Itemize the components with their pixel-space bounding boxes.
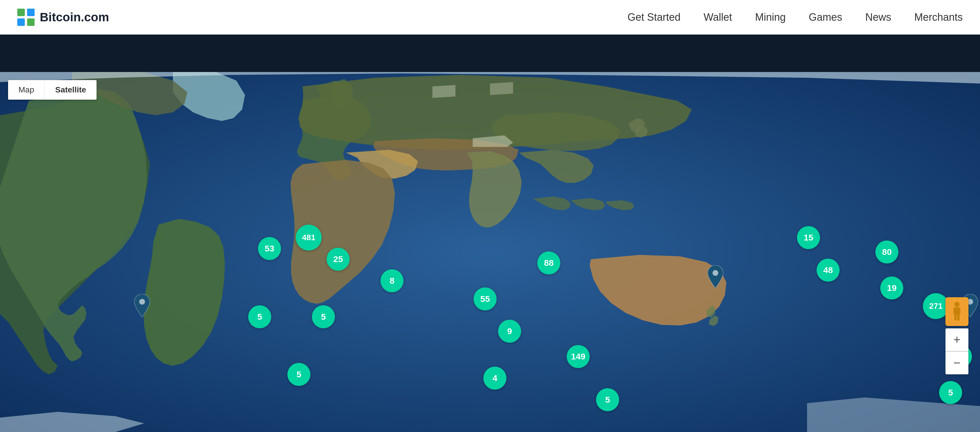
cluster-marker-c14[interactable]: 15	[797, 226, 820, 249]
map-container[interactable]: Map Satellite 53481258885594149555515488…	[0, 72, 980, 432]
cluster-marker-c6[interactable]: 55	[474, 287, 496, 310]
svg-rect-2	[17, 18, 25, 26]
cluster-marker-c2[interactable]: 481	[296, 225, 322, 251]
nav-item-games[interactable]: Games	[809, 11, 842, 23]
nav-item-mining[interactable]: Mining	[755, 11, 786, 23]
nav-item-merchants[interactable]: Merchants	[914, 11, 963, 23]
dark-banner	[0, 35, 980, 72]
cluster-marker-c12[interactable]: 5	[312, 305, 335, 328]
cluster-marker-c1[interactable]: 53	[258, 237, 281, 260]
header: Bitcoin.com Get StartedWalletMiningGames…	[0, 0, 980, 35]
svg-point-9	[955, 302, 959, 307]
map-type-map-button[interactable]: Map	[8, 80, 45, 100]
zoom-out-button[interactable]: −	[945, 351, 969, 375]
cluster-marker-c15[interactable]: 48	[816, 259, 840, 282]
svg-point-7	[713, 270, 718, 276]
svg-rect-0	[17, 9, 25, 16]
svg-rect-1	[27, 9, 35, 16]
pegman-icon[interactable]	[945, 297, 969, 326]
cluster-marker-c5[interactable]: 88	[537, 251, 560, 275]
cluster-marker-c9[interactable]: 149	[567, 345, 590, 368]
cluster-marker-c7[interactable]: 9	[498, 320, 521, 343]
pin-marker-p2[interactable]	[705, 265, 725, 294]
logo-icon	[17, 9, 35, 26]
logo-area[interactable]: Bitcoin.com	[17, 9, 109, 26]
nav-item-news[interactable]: News	[865, 11, 891, 23]
zoom-in-button[interactable]: +	[945, 328, 969, 351]
cluster-marker-c11[interactable]: 5	[248, 305, 271, 328]
svg-rect-13	[955, 315, 957, 321]
map-type-control: Map Satellite	[8, 80, 97, 100]
nav: Get StartedWalletMiningGamesNewsMerchant…	[627, 11, 963, 23]
svg-rect-11	[953, 308, 956, 314]
cluster-marker-c16[interactable]: 80	[875, 240, 899, 264]
pin-marker-p1[interactable]	[132, 294, 152, 322]
cluster-marker-c8[interactable]: 4	[484, 367, 506, 390]
svg-rect-12	[958, 308, 960, 314]
nav-item-get-started[interactable]: Get Started	[627, 11, 681, 23]
map-type-satellite-button[interactable]: Satellite	[45, 80, 96, 100]
cluster-marker-c20[interactable]: 5	[939, 381, 962, 404]
svg-rect-14	[957, 315, 959, 321]
cluster-marker-c10[interactable]: 5	[596, 388, 619, 411]
cluster-marker-c3[interactable]: 25	[326, 248, 350, 271]
cluster-marker-c13[interactable]: 5	[287, 363, 310, 386]
svg-rect-3	[27, 18, 35, 26]
cluster-marker-c17[interactable]: 19	[880, 276, 903, 300]
logo-text: Bitcoin.com	[40, 10, 109, 24]
cluster-marker-c4[interactable]: 8	[380, 269, 404, 292]
cluster-marker-c18[interactable]: 271	[923, 293, 949, 319]
svg-point-6	[139, 299, 145, 305]
zoom-controls: + −	[945, 297, 969, 375]
nav-item-wallet[interactable]: Wallet	[703, 11, 732, 23]
